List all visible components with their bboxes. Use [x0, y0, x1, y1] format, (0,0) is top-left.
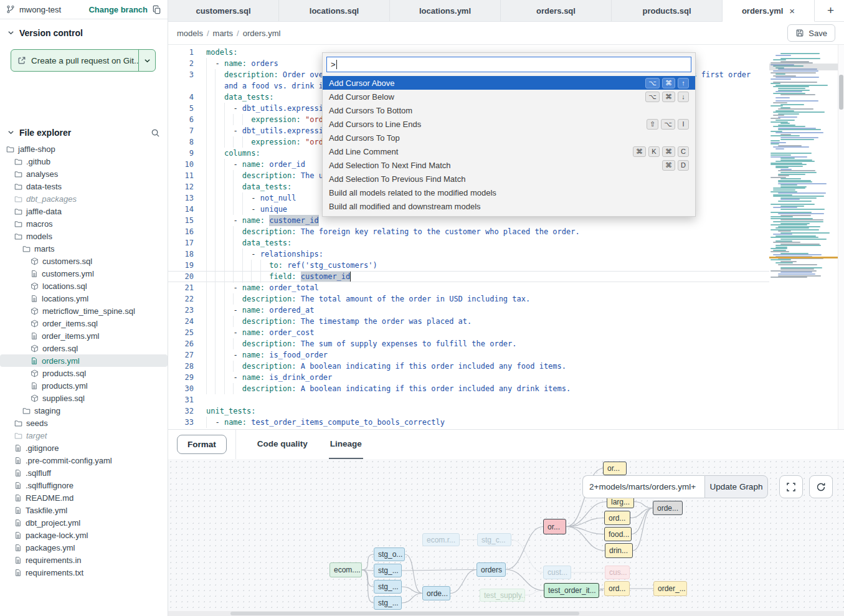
breadcrumb-part[interactable]: models [177, 29, 203, 38]
file-explorer-header[interactable]: File explorer [0, 119, 168, 143]
lineage-node[interactable]: cust... [543, 566, 571, 579]
command-palette-item[interactable]: Build all modified and downstream models [323, 199, 695, 213]
lineage-node[interactable]: stg_c... [477, 533, 511, 546]
refresh-button[interactable] [809, 475, 833, 498]
file-tree-item[interactable]: .pre-commit-config.yaml [0, 454, 168, 467]
fullscreen-button[interactable] [779, 475, 803, 498]
command-palette-item[interactable]: Add Cursors To Top [323, 131, 695, 145]
lineage-node[interactable]: food... [604, 527, 632, 541]
file-tree-item[interactable]: jaffle-shop [0, 143, 168, 155]
command-palette-item[interactable]: Build all models related to the modified… [323, 186, 695, 199]
horizontal-scrollbar-thumb[interactable] [230, 612, 579, 615]
file-tree-item[interactable]: customers.yml [0, 267, 168, 280]
update-graph-button[interactable]: Update Graph [704, 475, 768, 498]
file-tree-item[interactable]: orders.yml [0, 354, 168, 367]
command-palette-item[interactable]: Add Cursors to Line Ends⇧⌥I [323, 117, 695, 131]
breadcrumb[interactable]: models/marts/orders.yml [177, 29, 280, 38]
file-tree-item[interactable]: products.yml [0, 379, 168, 392]
editor-tab[interactable]: locations.yml [390, 0, 501, 21]
file-tree-item[interactable]: supplies.sql [0, 392, 168, 404]
command-palette-item[interactable]: Add Selection To Previous Find Match [323, 172, 695, 186]
file-tree-item[interactable]: .github [0, 155, 168, 168]
lineage-node[interactable]: orde... [653, 501, 683, 515]
copy-icon[interactable] [152, 5, 161, 14]
search-icon[interactable] [151, 128, 160, 138]
command-palette-item[interactable]: Add Cursors To Bottom [323, 103, 695, 117]
file-tree-item[interactable]: locations.yml [0, 292, 168, 305]
lineage-node[interactable]: ecom.... [330, 562, 362, 577]
editor-tab[interactable]: orders.yml× [723, 0, 815, 22]
file-tree-item[interactable]: macros [0, 217, 168, 230]
file-tree-item[interactable]: locations.sql [0, 280, 168, 292]
version-control-header[interactable]: Version control [0, 19, 168, 43]
change-branch-link[interactable]: Change branch [88, 5, 148, 14]
minimap-slider[interactable] [769, 64, 838, 70]
file-tree-item[interactable]: README.md [0, 491, 168, 504]
lineage-node[interactable]: ord... [604, 581, 630, 596]
save-button[interactable]: Save [787, 24, 835, 42]
lineage-node[interactable]: stg_o... [374, 547, 405, 561]
file-tree-item[interactable]: requirements.in [0, 554, 168, 566]
breadcrumb-part[interactable]: marts [213, 29, 234, 38]
command-palette-item[interactable]: Add Selection To Next Find Match⌘D [323, 158, 695, 172]
lineage-node[interactable]: test_order_it... [544, 583, 599, 598]
minimap[interactable] [769, 53, 838, 287]
file-tree-item[interactable]: models [0, 230, 168, 242]
new-tab-button[interactable]: + [815, 0, 844, 21]
editor-tab[interactable]: products.sql [612, 0, 723, 21]
file-tree-item[interactable]: Taskfile.yml [0, 504, 168, 516]
vertical-scrollbar-thumb[interactable] [839, 75, 843, 110]
breadcrumb-part[interactable]: orders.yml [243, 29, 281, 38]
file-tree-item[interactable]: dbt_packages [0, 192, 168, 205]
lineage-node[interactable]: ord... [604, 511, 630, 525]
lineage-node[interactable]: drin... [605, 543, 633, 558]
editor-tab[interactable]: locations.sql [279, 0, 390, 21]
file-tree-item[interactable]: target [0, 429, 168, 442]
file-tree-item[interactable]: order_items.sql [0, 317, 168, 329]
file-tree-item[interactable]: orders.sql [0, 342, 168, 354]
file-tree-item[interactable]: marts [0, 242, 168, 255]
lineage-node[interactable]: order_... [653, 581, 687, 596]
editor-tab[interactable]: customers.sql [168, 0, 279, 21]
lineage-selector-input[interactable]: 2+models/marts/orders.yml+ [582, 475, 704, 498]
command-palette-item[interactable]: Add Cursor Above⌥⌘↑ [323, 76, 695, 90]
file-tree-item[interactable]: .gitignore [0, 442, 168, 454]
lineage-node[interactable]: ecom.r... [422, 533, 460, 546]
command-palette-input[interactable]: > [326, 57, 691, 72]
file-tree-item[interactable]: data-tests [0, 180, 168, 192]
lineage-node[interactable]: stg_... [374, 564, 402, 577]
pr-dropdown-caret[interactable] [138, 50, 155, 71]
lineage-node[interactable]: cus... [605, 566, 630, 579]
panel-tab-lineage[interactable]: Lineage [329, 430, 363, 460]
editor-tab[interactable]: orders.sql [501, 0, 612, 21]
panel-tab-code-quality[interactable]: Code quality [256, 430, 309, 460]
file-tree-item[interactable]: metricflow_time_spine.sql [0, 305, 168, 317]
lineage-node[interactable]: stg_... [374, 596, 402, 610]
file-tree-item[interactable]: .sqlfluffignore [0, 479, 168, 491]
file-tree-item[interactable]: packages.yml [0, 541, 168, 554]
lineage-node[interactable]: or... [603, 462, 627, 475]
file-tree-item[interactable]: products.sql [0, 367, 168, 379]
file-tree-item[interactable]: customers.sql [0, 255, 168, 267]
lineage-node[interactable]: or... [543, 519, 566, 534]
command-palette-item[interactable]: Add Line Comment⌘K⌘C [323, 145, 695, 158]
file-tree-item[interactable]: analyses [0, 168, 168, 180]
close-icon[interactable]: × [789, 6, 795, 16]
command-palette-item[interactable]: Add Cursor Below⌥⌘↓ [323, 90, 695, 103]
file-tree-item[interactable]: jaffle-data [0, 205, 168, 217]
format-button[interactable]: Format [177, 435, 227, 454]
file-tree-item[interactable]: dbt_project.yml [0, 516, 168, 529]
lineage-node[interactable]: orders [477, 562, 506, 577]
file-tree-item[interactable]: requirements.txt [0, 566, 168, 579]
vertical-scrollbar[interactable] [838, 45, 844, 429]
create-pr-button[interactable]: Create a pull request on Git... [11, 49, 156, 72]
file-tree-item[interactable]: .sqlfluff [0, 467, 168, 479]
file-tree-item[interactable]: seeds [0, 417, 168, 429]
lineage-node[interactable]: orde... [422, 586, 450, 600]
lineage-graph[interactable]: 2+models/marts/orders.yml+ Update Graph … [168, 459, 844, 611]
code-editor[interactable]: 1models:2- name: orders3description: Ord… [168, 45, 844, 429]
file-tree-item[interactable]: staging [0, 404, 168, 417]
file-tree-item[interactable]: order_items.yml [0, 329, 168, 342]
lineage-node[interactable]: stg_... [374, 580, 402, 594]
file-tree-item[interactable]: package-lock.yml [0, 529, 168, 541]
